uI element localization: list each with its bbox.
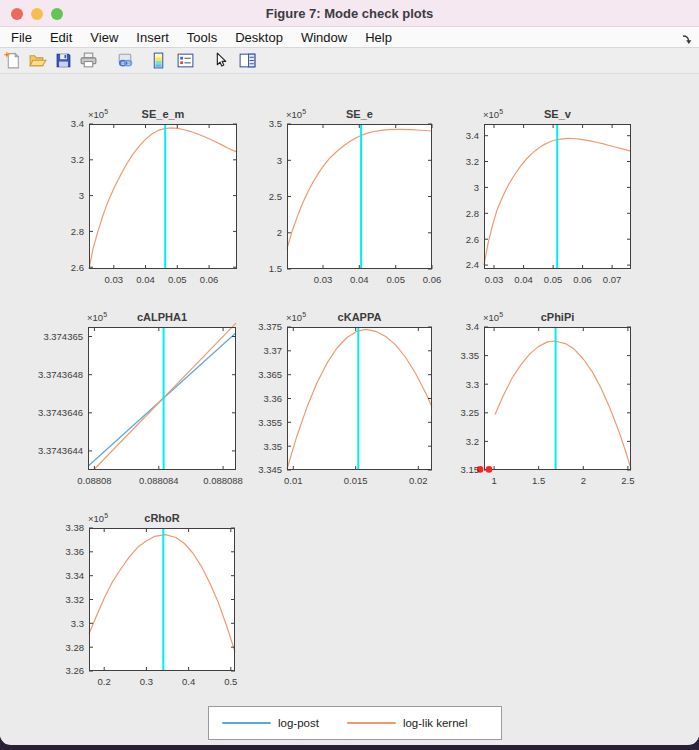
y-tick-label: 3.345 bbox=[258, 464, 282, 475]
legend-label: log-post bbox=[278, 717, 319, 729]
x-tick-label: 0.4 bbox=[182, 676, 195, 687]
open-file-icon[interactable] bbox=[28, 51, 47, 70]
x-tick-label: 0.3 bbox=[140, 676, 153, 687]
x-tick-label: 0.05 bbox=[544, 274, 563, 285]
y-tick-label: 3.38 bbox=[66, 522, 85, 533]
x-tick-label: 0.03 bbox=[314, 274, 333, 285]
dock-arrow-icon[interactable] bbox=[681, 31, 693, 43]
plot-tools-icon[interactable] bbox=[238, 51, 257, 70]
x-tick-label: 0.2 bbox=[98, 676, 111, 687]
x-tick-label: 0.08808 bbox=[77, 475, 111, 486]
menu-desktop[interactable]: Desktop bbox=[226, 30, 292, 45]
y-tick-label: 3.37 bbox=[264, 345, 283, 356]
axis-exponent-label: ×105 bbox=[483, 311, 503, 323]
y-tick-label: 2 bbox=[277, 227, 282, 238]
figure-window: Figure 7: Mode check plots FileEditViewI… bbox=[0, 0, 699, 745]
x-tick-label: 0.06 bbox=[573, 274, 592, 285]
y-tick-label: 3.365 bbox=[258, 369, 282, 380]
menu-bar: FileEditViewInsertToolsDesktopWindowHelp bbox=[0, 27, 699, 48]
menu-help[interactable]: Help bbox=[356, 30, 401, 45]
y-tick-label: 2.8 bbox=[466, 208, 479, 219]
y-tick-label: 3.5 bbox=[269, 118, 282, 129]
axis-exponent-label: ×105 bbox=[88, 512, 108, 524]
y-tick-label: 2.6 bbox=[71, 262, 84, 273]
window-controls bbox=[11, 0, 63, 27]
subplot-title: SE_e_m bbox=[142, 108, 185, 120]
red-marker bbox=[486, 466, 493, 473]
x-tick-label: 0.015 bbox=[344, 475, 368, 486]
y-tick-label: 3.3743646 bbox=[38, 407, 83, 418]
y-tick-label: 3.28 bbox=[66, 642, 85, 653]
y-tick-label: 3 bbox=[277, 155, 282, 166]
x-tick-label: 0.04 bbox=[350, 274, 369, 285]
subplot-SE_e: 0.030.040.050.061.522.533.5×105SE_e bbox=[287, 124, 432, 269]
x-tick-label: 0.04 bbox=[136, 274, 155, 285]
menu-view[interactable]: View bbox=[81, 30, 127, 45]
plot-legend[interactable]: log-postlog-lik kernel bbox=[208, 706, 502, 740]
y-tick-label: 3.4 bbox=[466, 130, 479, 141]
new-figure-icon[interactable] bbox=[3, 51, 22, 70]
y-tick-label: 3.26 bbox=[66, 665, 85, 676]
y-tick-label: 3 bbox=[79, 190, 84, 201]
subplot-title: SE_v bbox=[544, 108, 572, 120]
x-tick-label: 1 bbox=[491, 475, 496, 486]
x-tick-label: 0.06 bbox=[423, 274, 442, 285]
save-figure-icon[interactable] bbox=[54, 51, 73, 70]
x-tick-label: 0.02 bbox=[409, 475, 428, 486]
y-tick-label: 2.6 bbox=[466, 234, 479, 245]
legend-line-swatch bbox=[347, 722, 396, 724]
window-title: Figure 7: Mode check plots bbox=[266, 6, 434, 21]
edit-plot-icon[interactable] bbox=[211, 51, 230, 70]
zoom-button[interactable] bbox=[51, 8, 63, 20]
close-button[interactable] bbox=[11, 8, 23, 20]
y-tick-label: 3.32 bbox=[66, 594, 85, 605]
x-tick-label: 0.05 bbox=[168, 274, 187, 285]
y-tick-label: 3.35 bbox=[264, 441, 283, 452]
y-tick-label: 2.8 bbox=[71, 226, 84, 237]
y-tick-label: 3.15 bbox=[461, 464, 480, 475]
subplot-cKAPPA: 0.010.0150.023.3453.353.3553.363.3653.37… bbox=[287, 327, 432, 470]
menu-insert[interactable]: Insert bbox=[127, 30, 178, 45]
menu-file[interactable]: File bbox=[2, 30, 41, 45]
link-plot-icon[interactable] bbox=[116, 51, 135, 70]
legend-entry: log-lik kernel bbox=[347, 717, 468, 729]
y-tick-label: 3.4 bbox=[71, 118, 84, 129]
menu-window[interactable]: Window bbox=[292, 30, 356, 45]
y-tick-label: 3.3 bbox=[71, 618, 84, 629]
title-bar: Figure 7: Mode check plots bbox=[0, 0, 699, 27]
y-tick-label: 3.375 bbox=[258, 321, 282, 332]
axis-exponent-label: ×105 bbox=[286, 108, 306, 120]
insert-legend-icon[interactable] bbox=[176, 51, 195, 70]
y-tick-label: 3.374365 bbox=[43, 331, 83, 342]
y-tick-label: 3.2 bbox=[466, 156, 479, 167]
y-tick-label: 3.4 bbox=[466, 321, 479, 332]
subplot-SE_v: 0.030.040.050.060.072.42.62.833.23.4×105… bbox=[484, 124, 631, 269]
y-tick-label: 3.355 bbox=[258, 417, 282, 428]
y-tick-label: 3.2 bbox=[466, 436, 479, 447]
x-tick-label: 0.04 bbox=[514, 274, 533, 285]
y-tick-label: 2.4 bbox=[466, 259, 479, 270]
minimize-button[interactable] bbox=[31, 8, 43, 20]
menu-edit[interactable]: Edit bbox=[41, 30, 81, 45]
menu-tools[interactable]: Tools bbox=[178, 30, 226, 45]
y-tick-label: 3.2 bbox=[71, 154, 84, 165]
x-tick-label: 0.07 bbox=[603, 274, 622, 285]
print-figure-icon[interactable] bbox=[79, 51, 98, 70]
y-tick-label: 3.34 bbox=[66, 570, 85, 581]
x-tick-label: 0.5 bbox=[224, 676, 237, 687]
y-tick-label: 3.36 bbox=[264, 393, 283, 404]
x-tick-label: 2 bbox=[581, 475, 586, 486]
figure-canvas: log-postlog-lik kernel 0.030.040.050.062… bbox=[0, 74, 699, 744]
subplot-title: cPhiPi bbox=[541, 311, 575, 323]
subplot-title: cRhoR bbox=[144, 512, 180, 524]
subplot-title: cALPHA1 bbox=[137, 311, 187, 323]
toolbar bbox=[0, 48, 699, 74]
legend-line-swatch bbox=[222, 722, 271, 724]
subplot-title: cKAPPA bbox=[338, 311, 382, 323]
x-tick-label: 2.5 bbox=[621, 475, 634, 486]
subplot-title: SE_e bbox=[346, 108, 373, 120]
y-tick-label: 3.3 bbox=[466, 379, 479, 390]
x-tick-label: 0.03 bbox=[485, 274, 504, 285]
insert-colorbar-icon[interactable] bbox=[149, 51, 168, 70]
subplot-cRhoR: 0.20.30.40.53.263.283.33.323.343.363.38×… bbox=[89, 528, 235, 671]
